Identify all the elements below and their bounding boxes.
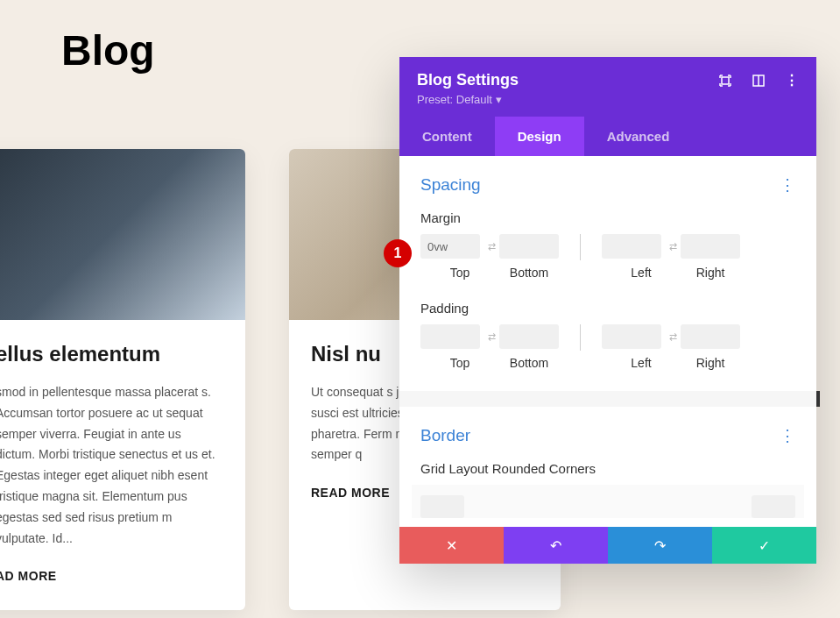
close-icon: ✕ [446,537,457,554]
redo-button[interactable]: ↷ [608,527,712,564]
page-title: Blog [61,26,155,75]
padding-bottom-input[interactable] [499,324,559,349]
expand-icon[interactable] [718,74,732,88]
caption-left: Left [631,356,651,370]
margin-label: Margin [420,210,795,225]
caption-bottom: Bottom [510,356,548,370]
card-title: ellus elementum [0,342,223,366]
tab-advanced[interactable]: Advanced [584,117,693,156]
settings-panel: Blog Settings ⋮ Preset: Default ▾ Conten… [399,57,816,564]
caption-bottom: Bottom [510,266,548,280]
margin-left-input[interactable] [602,234,661,259]
panel-title: Blog Settings [417,71,519,89]
annotation-marker: 1 [384,239,412,267]
card-excerpt: smod in pellentesque massa placerat s. A… [0,382,223,549]
padding-left-input[interactable] [602,324,661,349]
undo-button[interactable]: ↶ [504,527,608,564]
caption-right: Right [696,356,725,370]
columns-icon[interactable] [752,74,766,88]
caption-top: Top [450,356,470,370]
corners-row [412,485,804,518]
check-icon: ✓ [759,537,770,554]
margin-bottom-input[interactable] [499,234,559,259]
spacing-section-title[interactable]: Spacing [420,175,481,195]
link-icon[interactable]: ⇄ [484,329,499,345]
section-divider [399,391,816,407]
read-more-link[interactable]: READ MORE [311,486,390,500]
blog-card: ellus elementum smod in pellentesque mas… [0,149,245,610]
padding-right-input[interactable] [681,324,740,349]
panel-tabs: Content Design Advanced [399,117,816,156]
corners-label: Grid Layout Rounded Corners [420,461,795,476]
section-menu-icon[interactable]: ⋮ [780,426,795,445]
corner-input[interactable] [752,495,795,518]
preset-selector[interactable]: Preset: Default ▾ [417,93,799,106]
panel-header: Blog Settings ⋮ Preset: Default ▾ [399,57,816,117]
section-menu-icon[interactable]: ⋮ [780,175,795,195]
caption-left: Left [631,266,651,280]
more-icon[interactable]: ⋮ [785,74,799,88]
tab-content[interactable]: Content [399,117,495,156]
save-button[interactable]: ✓ [712,527,816,564]
link-icon[interactable]: ⇄ [484,238,499,254]
read-more-link[interactable]: AD MORE [0,569,57,583]
chevron-down-icon: ▾ [496,93,502,106]
panel-body: Spacing ⋮ Margin ⇄ Top [399,156,816,527]
card-image [0,149,245,320]
margin-top-input[interactable] [420,234,480,259]
redo-icon: ↷ [654,537,666,554]
cancel-button[interactable]: ✕ [399,527,504,564]
panel-footer: ✕ ↶ ↷ ✓ [399,527,816,564]
padding-top-input[interactable] [420,324,480,349]
tab-design[interactable]: Design [495,117,584,156]
margin-right-input[interactable] [681,234,740,259]
padding-label: Padding [420,301,795,316]
caption-right: Right [696,266,725,280]
divider [580,324,581,351]
border-section-title[interactable]: Border [420,426,470,445]
svg-rect-0 [722,77,729,84]
corner-input[interactable] [420,495,464,518]
caption-top: Top [450,266,470,280]
undo-icon: ↶ [550,537,561,554]
link-icon[interactable]: ⇄ [665,329,681,345]
divider [580,234,581,260]
link-icon[interactable]: ⇄ [665,238,681,254]
